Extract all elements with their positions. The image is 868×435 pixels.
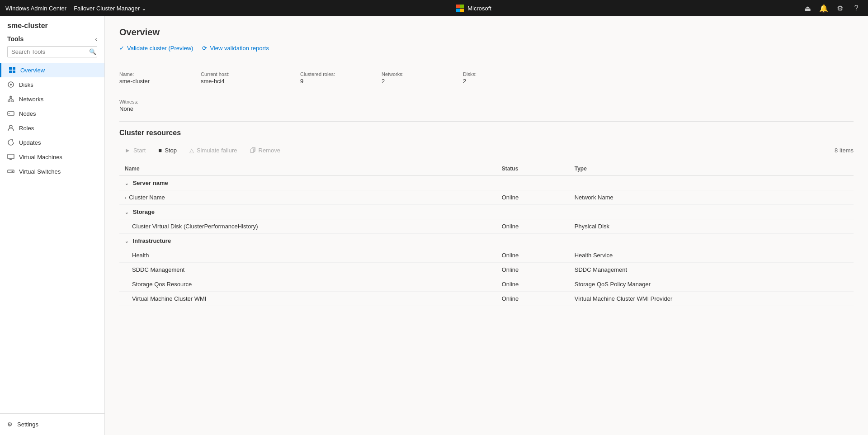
sidebar-item-virtual-machines[interactable]: Virtual Machines — [0, 150, 104, 164]
svg-rect-11 — [8, 170, 14, 173]
row-status: Online — [496, 277, 569, 292]
validate-cluster-link[interactable]: ✓ Validate cluster (Preview) — [119, 45, 193, 52]
row-status: Online — [496, 219, 569, 234]
view-validation-reports-link[interactable]: ⟳ View validation reports — [202, 45, 269, 52]
table-row[interactable]: ›Cluster Name Online Network Name — [119, 190, 854, 205]
sidebar-header: sme-cluster Tools ‹ 🔍 — [0, 16, 104, 61]
witness-value: None — [119, 105, 138, 112]
sidebar-item-disks[interactable]: Disks — [0, 77, 104, 92]
help-icon[interactable]: ? — [850, 2, 863, 14]
module-selector[interactable]: Failover Cluster Manager ⌄ — [74, 5, 146, 12]
row-status: Online — [496, 292, 569, 306]
sidebar-item-updates[interactable]: Updates — [0, 135, 104, 150]
group-row[interactable]: ⌄ Storage — [119, 205, 854, 219]
collapse-group-icon[interactable]: ⌄ — [125, 210, 128, 215]
svg-point-8 — [9, 113, 9, 114]
stop-button[interactable]: ■ Stop — [153, 144, 182, 156]
clustered-roles-label: Clustered roles: — [300, 71, 367, 77]
table-row[interactable]: Health Online Health Service — [119, 248, 854, 263]
info-name: Name: sme-cluster — [119, 70, 201, 86]
row-status: Online — [496, 248, 569, 263]
table-row[interactable]: Cluster Virtual Disk (ClusterPerformance… — [119, 219, 854, 234]
table-row[interactable]: Storage Qos Resource Online Storage QoS … — [119, 277, 854, 292]
witness-label: Witness: — [119, 99, 138, 104]
row-type: Virtual Machine Cluster WMI Provider — [569, 292, 854, 306]
row-name: Cluster Virtual Disk (ClusterPerformance… — [119, 219, 496, 234]
search-input[interactable] — [11, 48, 87, 55]
page-layout: sme-cluster Tools ‹ 🔍 Overview Di — [0, 16, 868, 435]
checkmark-icon: ✓ — [119, 45, 124, 52]
current-host-label: Current host: — [201, 71, 286, 77]
sidebar-item-networks[interactable]: Networks — [0, 92, 104, 106]
terminal-icon[interactable]: ⏏ — [801, 2, 814, 14]
bell-icon[interactable]: 🔔 — [817, 2, 830, 14]
cluster-name: sme-cluster — [7, 22, 97, 30]
name-value: sme-cluster — [119, 78, 186, 85]
sidebar-item-label-disks: Disks — [19, 81, 33, 88]
overview-icon — [9, 66, 16, 74]
group-row[interactable]: ⌄ Server name — [119, 176, 854, 190]
col-type: Type — [569, 162, 854, 176]
group-row[interactable]: ⌄ Infrastructure — [119, 234, 854, 248]
validate-cluster-label: Validate cluster (Preview) — [127, 45, 193, 52]
table-row[interactable]: Virtual Machine Cluster WMI Online Virtu… — [119, 292, 854, 306]
row-name: ›Cluster Name — [119, 190, 496, 205]
search-button[interactable]: 🔍 — [89, 48, 96, 55]
settings-nav-icon: ⚙ — [7, 421, 13, 428]
expand-row-icon[interactable]: › — [125, 195, 126, 200]
start-button[interactable]: ► Start — [119, 144, 151, 156]
cluster-resources-table: Name Status Type ⌄ Server name ›Cluster … — [119, 162, 854, 306]
settings-item[interactable]: ⚙ Settings — [7, 417, 97, 431]
svg-rect-2 — [9, 71, 12, 73]
info-grid: Name: sme-cluster Current host: sme-hci4… — [119, 70, 854, 86]
info-clustered-roles: Clustered roles: 9 — [300, 70, 382, 86]
sidebar-footer: ⚙ Settings — [0, 413, 104, 435]
nodes-icon — [7, 110, 14, 117]
sidebar-item-label-virtual-machines: Virtual Machines — [19, 154, 62, 161]
divider — [119, 121, 854, 122]
page-title: Overview — [119, 27, 854, 38]
collapse-button[interactable]: ‹ — [95, 35, 97, 43]
sidebar-item-label-networks: Networks — [19, 96, 43, 103]
sidebar-item-virtual-switches[interactable]: Virtual Switches — [0, 164, 104, 179]
start-icon: ► — [125, 147, 131, 154]
networks-value: 2 — [382, 78, 448, 85]
topbar-icons: ⏏ 🔔 ⚙ ? — [801, 2, 863, 14]
current-host-value: sme-hci4 — [201, 78, 286, 85]
sidebar-item-nodes[interactable]: Nodes — [0, 106, 104, 121]
tools-label: Tools ‹ — [7, 35, 97, 43]
sidebar-item-roles[interactable]: Roles — [0, 121, 104, 135]
name-label: Name: — [119, 71, 186, 77]
items-count: 8 items — [835, 147, 854, 154]
module-label: Failover Cluster Manager — [74, 5, 140, 12]
microsoft-label: Microsoft — [467, 5, 491, 12]
disks-value: 2 — [463, 78, 530, 85]
simulate-failure-button[interactable]: △ Simulate failure — [184, 144, 243, 156]
table-row[interactable]: SDDC Management Online SDDC Management — [119, 263, 854, 277]
collapse-group-icon[interactable]: ⌄ — [125, 239, 128, 244]
row-name: Health — [119, 248, 496, 263]
ms-sq4 — [460, 9, 464, 12]
virtual-machines-icon — [7, 153, 14, 161]
sidebar-item-label-virtual-switches: Virtual Switches — [19, 168, 61, 175]
remove-button[interactable]: 🗍 Remove — [245, 144, 286, 156]
svg-rect-3 — [13, 71, 15, 73]
sidebar-item-label-overview: Overview — [20, 67, 45, 74]
svg-rect-0 — [9, 67, 12, 70]
app-title: Windows Admin Center — [5, 5, 66, 12]
disks-label: Disks: — [463, 71, 530, 77]
settings-icon[interactable]: ⚙ — [834, 2, 846, 14]
ms-sq3 — [456, 9, 460, 12]
sidebar-item-label-roles: Roles — [19, 125, 34, 132]
ms-sq1 — [456, 5, 460, 8]
collapse-group-icon[interactable]: ⌄ — [125, 181, 128, 186]
history-icon: ⟳ — [202, 45, 207, 52]
svg-rect-1 — [13, 67, 15, 70]
networks-icon — [7, 95, 14, 103]
main-content: Overview ✓ Validate cluster (Preview) ⟳ … — [105, 16, 868, 435]
sidebar-item-overview[interactable]: Overview — [0, 63, 104, 77]
topbar-center: Microsoft — [154, 5, 794, 12]
group-label: Infrastructure — [133, 237, 171, 244]
row-type: SDDC Management — [569, 263, 854, 277]
row-status: Online — [496, 190, 569, 205]
